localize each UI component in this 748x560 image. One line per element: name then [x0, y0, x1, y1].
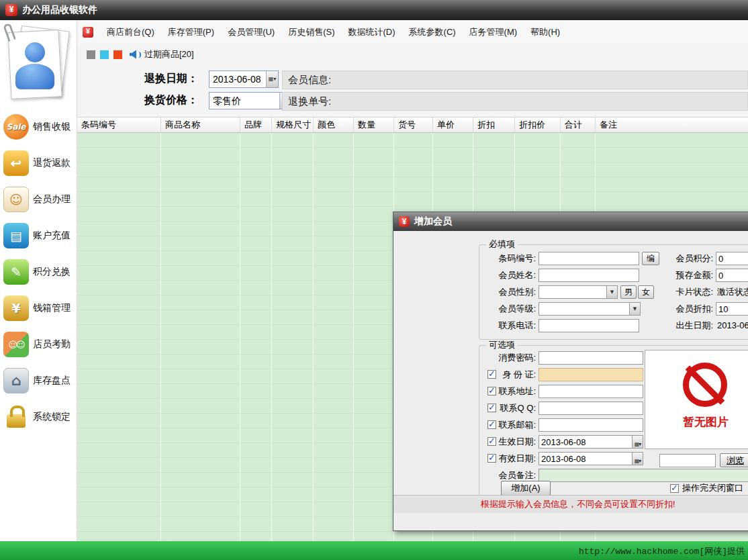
return-date-row: 退换日期： ▦▾ 会员信息: [77, 70, 748, 90]
column-header-total: 合计 [561, 118, 596, 132]
gender-label: 会员性别: [482, 285, 536, 299]
dialog-titlebar[interactable]: 增加会员 [393, 212, 748, 231]
dialog-title: 增加会员 [414, 216, 452, 228]
close-after-label: 操作完关闭窗口 [682, 482, 743, 494]
member-points-label: 会员积分: [662, 252, 713, 265]
app-logo-icon [399, 216, 410, 227]
sidebar-item-account-recharge[interactable]: 账户充值 [0, 218, 77, 254]
sidebar-item-system-lock[interactable]: 系统锁定 [0, 399, 77, 435]
sidebar-item-label: 会员办理 [33, 193, 71, 205]
column-header-product-name: 商品名称 [161, 118, 240, 132]
id-card-input[interactable] [539, 368, 643, 381]
email-checkbox[interactable] [487, 420, 496, 429]
gender-combobox[interactable]: ▼ [539, 285, 618, 299]
menu-sales-history[interactable]: 历史销售(S) [288, 26, 334, 38]
edit-button[interactable]: 编 [642, 252, 659, 265]
birth-date-value[interactable]: 2013-06-08 [717, 319, 748, 332]
table-column [272, 133, 314, 541]
id-card-checkbox[interactable] [487, 370, 496, 379]
return-date-input[interactable]: ▦▾ [209, 71, 279, 88]
barcode-label: 条码编号: [482, 252, 536, 265]
column-header-item-no: 货号 [394, 118, 433, 132]
exchange-price-label: 换货价格： [144, 93, 198, 107]
card-status-value: 激活状态 [717, 285, 748, 299]
sidebar-item-label: 库存盘点 [33, 375, 71, 387]
return-form: 退换日期： ▦▾ 会员信息: 换货价格： 零售价 ▼ 退换单号: [77, 64, 748, 117]
calendar-dropdown-icon[interactable] [632, 453, 643, 465]
return-order-label: 退换单号: [288, 95, 331, 107]
menu-store-management[interactable]: 店务管理(M) [469, 26, 518, 38]
email-input[interactable] [539, 418, 643, 432]
sidebar-item-member-registration[interactable]: 会员办理 [0, 181, 77, 218]
calendar-dropdown-icon[interactable] [632, 436, 643, 448]
barcode-row: 条码编号: 编 会员积分: [479, 252, 748, 265]
sidebar-item-label: 退货返款 [33, 157, 71, 169]
calendar-dropdown-icon[interactable]: ▦▾ [266, 71, 278, 87]
menu-help[interactable]: 帮助(H) [530, 26, 560, 38]
member-level-row: 会员等级: ▼ 会员折扣: [479, 302, 748, 316]
return-order-bar: 退换单号: [282, 92, 748, 111]
birth-date-label: 出生日期: [662, 319, 713, 332]
male-button[interactable]: 男 [620, 285, 637, 299]
column-header-brand: 品牌 [240, 118, 272, 132]
password-input[interactable] [539, 351, 643, 365]
sidebar-item-inventory-check[interactable]: 库存盘点 [0, 363, 77, 399]
exchange-price-value: 零售价 [209, 93, 279, 109]
member-name-input[interactable] [539, 269, 639, 282]
menu-storefront[interactable]: 商店前台(Q) [107, 26, 154, 38]
chevron-down-icon[interactable]: ▼ [629, 303, 640, 315]
start-date-label: 生效日期: [497, 435, 536, 449]
sidebar-item-cashbox-management[interactable]: 钱箱管理 [0, 290, 77, 326]
staff-people-icon [3, 332, 29, 357]
email-label: 联系邮箱: [497, 418, 536, 432]
qq-checkbox[interactable] [487, 404, 496, 412]
menu-system-params[interactable]: 系统参数(C) [409, 26, 456, 38]
barcode-input[interactable] [539, 252, 639, 265]
menu-statistics[interactable]: 数据统计(D) [348, 26, 395, 38]
address-input[interactable] [539, 385, 643, 398]
required-fields-group: 必填项 条码编号: 编 会员积分: 会员姓名: 预存金额: 会员性别: [479, 244, 748, 340]
column-header-unit-price: 单价 [433, 118, 473, 132]
add-member-button[interactable]: 增加(A) [501, 481, 551, 496]
member-level-combobox[interactable]: ▼ [539, 302, 641, 316]
end-date-input[interactable] [539, 452, 643, 465]
return-date-label: 退换日期： [144, 72, 198, 86]
no-image-text: 暂无图片 [645, 414, 748, 430]
phone-label: 联系电话: [482, 319, 536, 332]
sidebar-item-return-refund[interactable]: 退货返款 [0, 145, 77, 181]
address-checkbox[interactable] [487, 387, 496, 395]
legend-red-square [113, 50, 122, 59]
female-button[interactable]: 女 [638, 285, 654, 299]
close-after-checkbox[interactable] [670, 484, 679, 493]
column-header-discount-price: 折扣价 [515, 118, 561, 132]
table-column [240, 133, 272, 541]
end-date-checkbox[interactable] [487, 454, 496, 463]
grid-header: 条码编号 商品名称 品牌 规格尺寸 颜色 数量 货号 单价 折扣 折扣价 合计 … [77, 117, 748, 133]
browse-button[interactable]: 浏览 [720, 453, 748, 467]
start-date-checkbox[interactable] [487, 437, 496, 446]
menu-member[interactable]: 会员管理(U) [228, 26, 275, 38]
sidebar-nav: 销售收银 退货返款 会员办理 账户充值 积分兑换 钱箱管理 [0, 109, 77, 435]
optional-group-legend: 可选项 [486, 340, 518, 351]
member-points-input[interactable] [716, 252, 748, 265]
menu-inventory[interactable]: 库存管理(P) [168, 26, 214, 38]
exchange-price-combobox[interactable]: 零售价 ▼ [209, 92, 292, 109]
sidebar-item-points-exchange[interactable]: 积分兑换 [0, 254, 77, 290]
member-discount-input[interactable] [716, 302, 748, 316]
inventory-house-icon [3, 368, 29, 393]
return-date-value[interactable] [209, 71, 266, 87]
chevron-down-icon[interactable]: ▼ [606, 286, 617, 298]
remark-input[interactable] [539, 469, 748, 482]
sidebar-item-sales-checkout[interactable]: 销售收银 [0, 109, 77, 145]
dialog-body: 必填项 条码编号: 编 会员积分: 会员姓名: 预存金额: 会员性别: [393, 231, 748, 513]
member-card-icon [3, 187, 29, 212]
prestore-amount-input[interactable] [716, 269, 748, 282]
qq-input[interactable] [539, 402, 643, 415]
sidebar-item-label: 系统锁定 [33, 411, 71, 423]
required-group-legend: 必填项 [486, 239, 518, 250]
image-path-input[interactable] [659, 454, 716, 467]
status-legend-bar: 过期商品[20] [77, 44, 748, 64]
start-date-input[interactable] [539, 435, 643, 449]
sidebar-item-staff-attendance[interactable]: 店员考勤 [0, 326, 77, 363]
phone-input[interactable] [539, 319, 639, 332]
